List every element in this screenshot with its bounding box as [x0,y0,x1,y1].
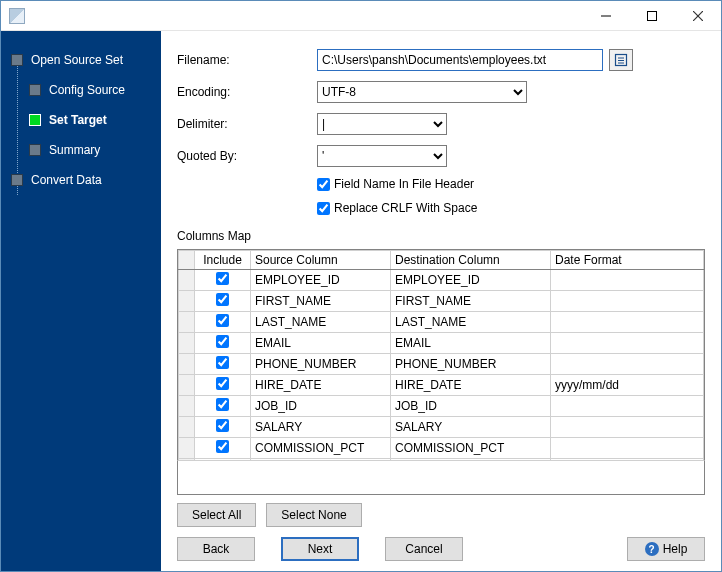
maximize-button[interactable] [629,1,675,31]
cell-source[interactable]: COMMISSION_PCT [251,438,391,459]
row-header[interactable] [179,417,195,438]
filename-label: Filename: [177,53,317,67]
select-all-button[interactable]: Select All [177,503,256,527]
cell-datefmt[interactable] [551,291,704,312]
row-header[interactable] [179,396,195,417]
cell-include[interactable] [195,438,251,459]
row-header[interactable] [179,291,195,312]
header-checkbox-label[interactable]: Field Name In File Header [334,177,474,191]
table-row[interactable]: EMAILEMAIL [179,333,704,354]
sidebar-step-open-source-set[interactable]: Open Source Set [1,45,161,75]
cell-datefmt[interactable] [551,312,704,333]
include-checkbox[interactable] [216,377,229,390]
include-checkbox[interactable] [216,293,229,306]
columns-table[interactable]: Include Source Column Destination Column… [177,249,705,460]
table-row[interactable]: SALARYSALARY [179,417,704,438]
app-icon [9,8,25,24]
cell-include[interactable] [195,270,251,291]
include-checkbox[interactable] [216,335,229,348]
sidebar-step-convert-data[interactable]: Convert Data [1,165,161,195]
help-button[interactable]: ? Help [627,537,705,561]
cell-source[interactable]: HIRE_DATE [251,375,391,396]
include-checkbox[interactable] [216,356,229,369]
quoted-select[interactable]: ' [317,145,447,167]
row-header[interactable] [179,333,195,354]
cell-datefmt[interactable] [551,417,704,438]
cell-include[interactable] [195,375,251,396]
include-checkbox[interactable] [216,272,229,285]
cell-include[interactable] [195,291,251,312]
table-row[interactable]: JOB_IDJOB_ID [179,396,704,417]
sidebar-step-set-target[interactable]: Set Target [1,105,161,135]
cell-dest[interactable]: PHONE_NUMBER [391,354,551,375]
cell-datefmt[interactable]: yyyy/mm/dd [551,375,704,396]
header-checkbox[interactable] [317,178,330,191]
row-header[interactable] [179,354,195,375]
cell-include[interactable] [195,354,251,375]
cell-include[interactable] [195,396,251,417]
cell-dest[interactable]: FIRST_NAME [391,291,551,312]
cell-dest[interactable]: LAST_NAME [391,312,551,333]
select-none-button[interactable]: Select None [266,503,361,527]
cell-source[interactable]: PHONE_NUMBER [251,354,391,375]
row-header[interactable] [179,312,195,333]
crlf-checkbox[interactable] [317,202,330,215]
include-checkbox[interactable] [216,440,229,453]
columns-map-label: Columns Map [177,229,705,243]
cell-datefmt[interactable] [551,270,704,291]
cell-datefmt[interactable] [551,396,704,417]
next-button[interactable]: Next [281,537,359,561]
table-row[interactable]: FIRST_NAMEFIRST_NAME [179,291,704,312]
quoted-label: Quoted By: [177,149,317,163]
include-checkbox[interactable] [216,419,229,432]
cell-dest[interactable]: COMMISSION_PCT [391,438,551,459]
include-checkbox[interactable] [216,398,229,411]
step-label: Convert Data [31,173,102,187]
include-checkbox[interactable] [216,314,229,327]
crlf-checkbox-label[interactable]: Replace CRLF With Space [334,201,477,215]
back-button[interactable]: Back [177,537,255,561]
sidebar-step-config-source[interactable]: Config Source [1,75,161,105]
table-row[interactable]: PHONE_NUMBERPHONE_NUMBER [179,354,704,375]
cell-datefmt[interactable] [551,438,704,459]
cell-dest[interactable]: HIRE_DATE [391,375,551,396]
table-row[interactable]: COMMISSION_PCTCOMMISSION_PCT [179,438,704,459]
cell-source[interactable]: EMPLOYEE_ID [251,270,391,291]
wizard-window: Open Source SetConfig SourceSet TargetSu… [0,0,722,572]
cell-dest[interactable]: EMAIL [391,333,551,354]
close-button[interactable] [675,1,721,31]
cell-dest[interactable]: JOB_ID [391,396,551,417]
cell-source[interactable]: FIRST_NAME [251,291,391,312]
col-header-dest[interactable]: Destination Column [391,251,551,270]
cell-source[interactable]: LAST_NAME [251,312,391,333]
cell-source[interactable]: EMAIL [251,333,391,354]
table-row[interactable]: LAST_NAMELAST_NAME [179,312,704,333]
cell-source[interactable]: SALARY [251,417,391,438]
cancel-button[interactable]: Cancel [385,537,463,561]
cell-dest[interactable]: SALARY [391,417,551,438]
cell-source[interactable]: JOB_ID [251,396,391,417]
row-header[interactable] [179,438,195,459]
cell-include[interactable] [195,312,251,333]
col-header-source[interactable]: Source Column [251,251,391,270]
cell-include[interactable] [195,417,251,438]
sidebar-step-summary[interactable]: Summary [1,135,161,165]
step-label: Config Source [49,83,125,97]
cell-datefmt[interactable] [551,354,704,375]
browse-button[interactable] [609,49,633,71]
delimiter-select[interactable]: | [317,113,447,135]
cell-dest[interactable]: EMPLOYEE_ID [391,270,551,291]
col-header-datefmt[interactable]: Date Format [551,251,704,270]
col-header-include[interactable]: Include [195,251,251,270]
row-header[interactable] [179,270,195,291]
minimize-button[interactable] [583,1,629,31]
encoding-select[interactable]: UTF-8 [317,81,527,103]
filename-input[interactable] [317,49,603,71]
step-marker-icon [29,114,41,126]
table-row[interactable]: EMPLOYEE_IDEMPLOYEE_ID [179,270,704,291]
cell-datefmt[interactable] [551,333,704,354]
step-marker-icon [11,174,23,186]
table-row[interactable]: HIRE_DATEHIRE_DATEyyyy/mm/dd [179,375,704,396]
cell-include[interactable] [195,333,251,354]
row-header[interactable] [179,375,195,396]
